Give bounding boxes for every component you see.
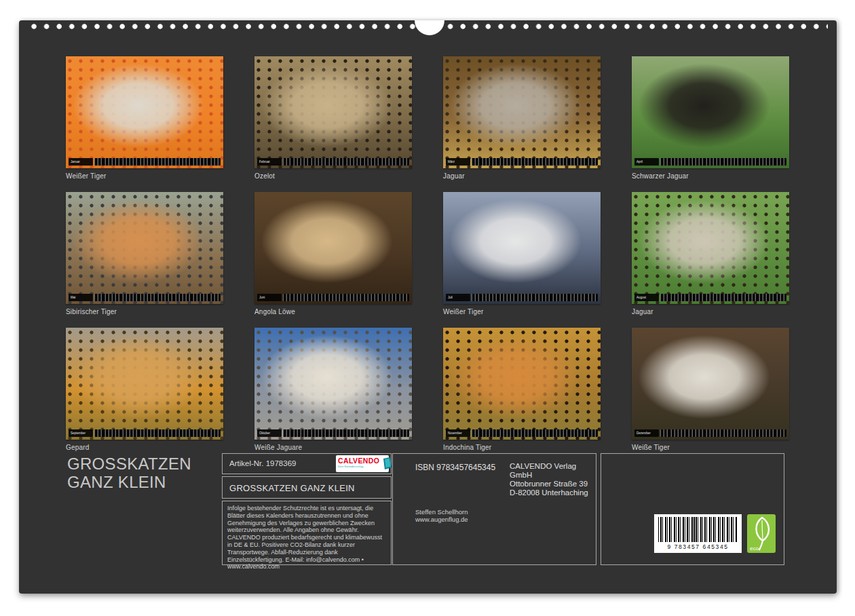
mini-month-label: April bbox=[634, 158, 659, 166]
month-photo: Februar bbox=[254, 56, 412, 168]
calendar-month-thumbnail: April Schwarzer Jaguar bbox=[632, 56, 789, 185]
thumb-caption: Schwarzer Jaguar bbox=[632, 172, 789, 180]
mini-month-label: Januar bbox=[69, 158, 93, 166]
mini-month-label: November bbox=[446, 429, 470, 437]
publisher-address: CALVENDO Verlag GmbH Ottobrunner Straße … bbox=[510, 462, 596, 497]
month-photo: Juli bbox=[443, 192, 601, 304]
article-number: Artikel-Nr. 1978369 bbox=[229, 459, 296, 467]
month-photo: November bbox=[443, 328, 601, 440]
eco-label: eco bbox=[750, 545, 759, 552]
mini-day-cells bbox=[660, 429, 786, 437]
mini-day-cells bbox=[660, 294, 786, 301]
mini-day-cells bbox=[660, 158, 786, 166]
month-photo: September bbox=[66, 328, 223, 440]
thumb-caption: Weißer Tiger bbox=[443, 308, 601, 315]
month-photo: Mai bbox=[66, 192, 223, 304]
thumb-caption: Angola Löwe bbox=[254, 308, 412, 315]
mini-date-strip: Februar bbox=[257, 158, 409, 166]
publisher-street: Ottobrunner Straße 39 bbox=[510, 480, 596, 488]
calendar-title: GROSSKATZEN GANZ KLEIN bbox=[229, 483, 355, 493]
mini-month-label: Juli bbox=[446, 294, 470, 301]
calvendo-logo-tagline: Dein Kalenderverlag bbox=[338, 464, 379, 470]
mini-date-strip: Mai bbox=[69, 294, 221, 301]
mini-month-label: September bbox=[69, 429, 93, 437]
article-number-box: Artikel-Nr. 1978369 CALVENDO Dein Kalend… bbox=[222, 453, 392, 474]
mini-day-cells bbox=[94, 158, 221, 166]
mini-month-label: Mai bbox=[69, 294, 93, 301]
barcode-digits: 9 783457 645345 bbox=[658, 543, 738, 550]
month-photo: März bbox=[443, 56, 601, 168]
mini-month-label: Februar bbox=[257, 158, 282, 166]
month-photo: Dezember bbox=[632, 328, 789, 440]
thumb-caption: Ozelot bbox=[254, 172, 412, 180]
calendar-month-thumbnail: September Gepard bbox=[66, 328, 223, 456]
calendar-month-thumbnail: Januar Weißer Tiger bbox=[66, 56, 223, 185]
mini-date-strip: September bbox=[69, 429, 221, 437]
month-photo: Oktober bbox=[254, 328, 412, 440]
barcode-box: 9 783457 645345 eco bbox=[601, 453, 784, 565]
mini-day-cells bbox=[472, 429, 598, 437]
legal-notice-box: Infolge bestehender Schutzrechte ist es … bbox=[222, 501, 392, 565]
publisher-info-box: ISBN 9783457645345 CALVENDO Verlag GmbH … bbox=[392, 453, 596, 565]
eco-badge: eco bbox=[747, 514, 776, 553]
mini-day-cells bbox=[94, 294, 221, 301]
calendar-month-thumbnail: Februar Ozelot bbox=[254, 56, 412, 185]
author-credit: Steffen Schellhorn www.augenflug.de bbox=[415, 508, 468, 523]
mini-date-strip: März bbox=[446, 158, 598, 166]
mini-day-cells bbox=[283, 429, 409, 437]
month-thumbnail-grid: Januar Weißer Tiger Februar Ozelot März … bbox=[66, 56, 789, 456]
mini-date-strip: August bbox=[634, 294, 786, 301]
mini-date-strip: Juni bbox=[257, 294, 409, 301]
calendar-month-thumbnail: Juli Weißer Tiger bbox=[443, 192, 601, 320]
mini-day-cells bbox=[472, 294, 598, 301]
mini-month-label: Oktober bbox=[257, 429, 282, 437]
month-photo: August bbox=[632, 192, 789, 304]
month-photo: April bbox=[632, 56, 789, 168]
publisher-city: D-82008 Unterhaching bbox=[510, 488, 596, 497]
mini-date-strip: Juli bbox=[446, 294, 598, 301]
calvendo-logo: CALVENDO Dein Kalenderverlag bbox=[336, 455, 389, 472]
thumb-caption: Sibirischer Tiger bbox=[66, 308, 223, 315]
publisher-name: CALVENDO Verlag GmbH bbox=[510, 462, 596, 480]
mini-month-label: März bbox=[446, 158, 470, 166]
thumb-caption: Gepard bbox=[66, 444, 223, 451]
calendar-month-thumbnail: August Jaguar bbox=[632, 192, 789, 320]
ean-barcode: 9 783457 645345 bbox=[654, 514, 742, 553]
mini-date-strip: November bbox=[446, 429, 598, 437]
calendar-month-thumbnail: März Jaguar bbox=[443, 56, 601, 185]
mini-date-strip: Januar bbox=[69, 158, 221, 166]
mini-date-strip: April bbox=[634, 158, 786, 166]
thumb-caption: Jaguar bbox=[632, 308, 789, 315]
mini-month-label: August bbox=[634, 294, 659, 301]
calendar-month-thumbnail: November Indochina Tiger bbox=[443, 328, 601, 456]
calendar-title-box: GROSSKATZEN GANZ KLEIN bbox=[222, 476, 392, 499]
calendar-month-thumbnail: Dezember Weiße Tiger bbox=[632, 328, 789, 456]
mini-month-label: Dezember bbox=[634, 429, 659, 437]
mini-date-strip: Oktober bbox=[257, 429, 409, 437]
page-title: GROSSKATZEN GANZ KLEIN bbox=[67, 455, 238, 491]
calendar-back-cover: Januar Weißer Tiger Februar Ozelot März … bbox=[19, 20, 837, 594]
hanger-hole-notch bbox=[415, 20, 444, 35]
legal-notice: Infolge bestehender Schutzrechte ist es … bbox=[227, 505, 387, 571]
calendar-month-thumbnail: Oktober Weiße Jaguare bbox=[254, 328, 412, 456]
calendar-month-thumbnail: Mai Sibirischer Tiger bbox=[66, 192, 223, 320]
month-photo: Juni bbox=[254, 192, 412, 304]
author-name: Steffen Schellhorn bbox=[415, 508, 468, 516]
thumb-caption: Weißer Tiger bbox=[66, 172, 223, 180]
mini-day-cells bbox=[283, 158, 409, 166]
thumb-caption: Weiße Tiger bbox=[632, 444, 789, 451]
thumb-caption: Indochina Tiger bbox=[443, 444, 601, 451]
thumb-caption: Jaguar bbox=[443, 172, 601, 180]
thumb-caption: Weiße Jaguare bbox=[254, 444, 412, 451]
mini-day-cells bbox=[94, 429, 221, 437]
barcode-bars bbox=[658, 517, 738, 542]
month-photo: Januar bbox=[66, 56, 223, 168]
mini-month-label: Juni bbox=[257, 294, 282, 301]
calendar-page-icon bbox=[381, 457, 393, 470]
mini-date-strip: Dezember bbox=[634, 429, 786, 437]
calendar-month-thumbnail: Juni Angola Löwe bbox=[254, 192, 412, 320]
calvendo-logo-text: CALVENDO Dein Kalenderverlag bbox=[338, 458, 379, 470]
isbn: ISBN 9783457645345 bbox=[415, 463, 495, 472]
mini-day-cells bbox=[472, 158, 598, 166]
author-website: www.augenflug.de bbox=[415, 516, 468, 523]
